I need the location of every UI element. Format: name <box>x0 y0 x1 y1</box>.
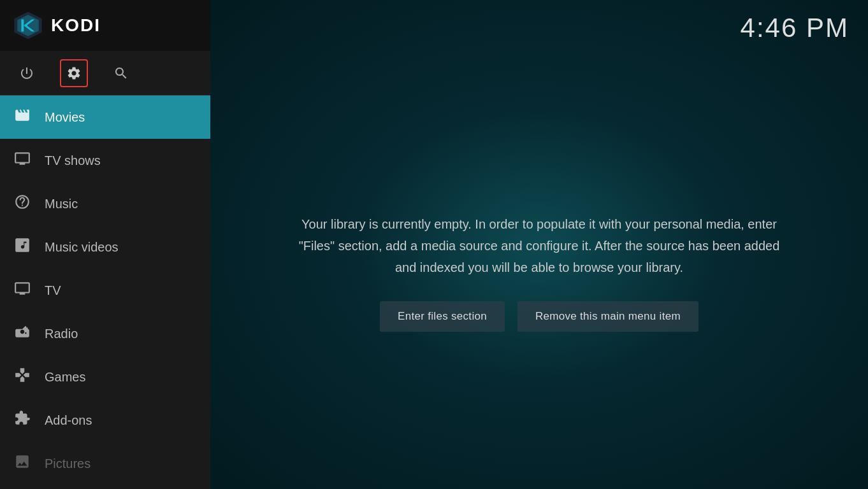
remove-menu-item-button[interactable]: Remove this main menu item <box>517 301 698 332</box>
nav-item-movies[interactable]: Movies <box>0 96 210 139</box>
action-buttons-group: Enter files section Remove this main men… <box>380 301 698 332</box>
power-icon <box>19 66 34 81</box>
svg-point-5 <box>22 204 23 206</box>
nav-item-games[interactable]: Games <box>0 355 210 399</box>
icon-bar <box>0 51 210 96</box>
svg-rect-2 <box>21 19 24 31</box>
music-videos-label: Music videos <box>45 240 119 255</box>
app-header: KODI <box>0 0 210 51</box>
clock-display: 4:46 PM <box>741 13 849 43</box>
nav-item-tv-shows[interactable]: TV shows <box>0 139 210 182</box>
nav-item-pictures[interactable]: Pictures <box>0 442 210 485</box>
movies-icon <box>13 107 32 127</box>
nav-item-radio[interactable]: Radio <box>0 312 210 355</box>
search-button[interactable] <box>107 59 135 87</box>
sidebar: KODI Movies <box>0 0 210 489</box>
music-icon <box>13 194 32 214</box>
app-title: KODI <box>51 15 101 36</box>
content-body: Your library is currently empty. In orde… <box>210 56 868 489</box>
enter-files-button[interactable]: Enter files section <box>380 301 505 332</box>
pictures-label: Pictures <box>45 457 90 471</box>
nav-item-add-ons[interactable]: Add-ons <box>0 399 210 442</box>
movies-label: Movies <box>45 110 85 125</box>
tv-icon <box>13 280 32 301</box>
empty-library-message: Your library is currently empty. In orde… <box>297 213 781 278</box>
top-bar: 4:46 PM <box>210 0 868 56</box>
search-icon <box>113 66 129 81</box>
nav-item-music[interactable]: Music <box>0 182 210 225</box>
music-videos-icon <box>13 237 32 257</box>
radio-label: Radio <box>45 327 78 341</box>
settings-gear-icon <box>66 66 82 81</box>
add-ons-icon <box>13 410 32 430</box>
radio-icon <box>13 323 32 344</box>
add-ons-label: Add-ons <box>45 413 92 428</box>
music-label: Music <box>45 197 78 211</box>
power-button[interactable] <box>13 59 41 87</box>
pictures-icon <box>13 453 32 474</box>
games-icon <box>13 367 32 387</box>
nav-item-tv[interactable]: TV <box>0 269 210 312</box>
nav-menu: Movies TV shows Music Music videos TV <box>0 96 210 489</box>
tv-label: TV <box>45 283 61 298</box>
games-label: Games <box>45 370 85 385</box>
main-content: 4:46 PM Your library is currently empty.… <box>210 0 868 489</box>
tv-shows-icon <box>13 150 32 171</box>
kodi-logo-icon <box>13 10 43 41</box>
nav-item-music-videos[interactable]: Music videos <box>0 225 210 269</box>
settings-button[interactable] <box>60 59 88 87</box>
tv-shows-label: TV shows <box>45 153 101 168</box>
